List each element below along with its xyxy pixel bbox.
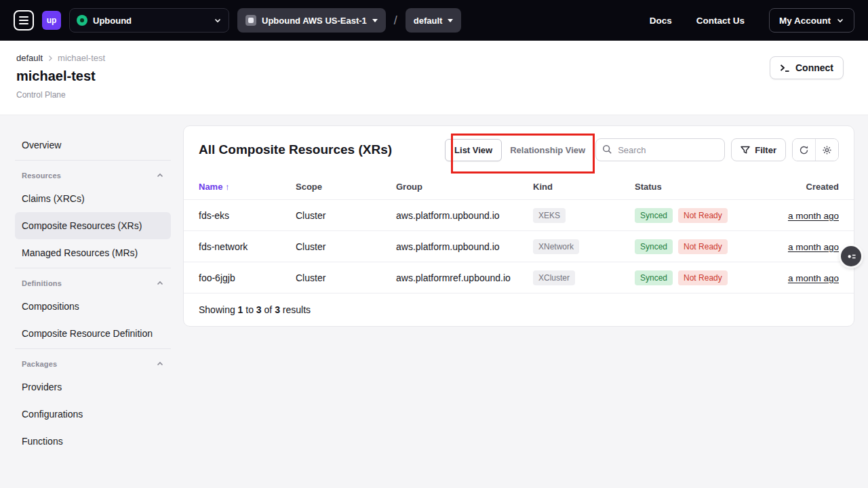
table-row[interactable]: fds-network Cluster aws.platform.upbound… (184, 230, 854, 262)
column-header-created[interactable]: Created (759, 182, 839, 192)
sidebar-heading-packages[interactable]: Packages (15, 352, 171, 373)
breadcrumb: default michael-test (16, 53, 852, 63)
settings-button[interactable] (816, 139, 838, 161)
column-header-group[interactable]: Group (396, 182, 533, 192)
cell-status: Synced Not Ready (635, 239, 759, 254)
kind-badge: XNetwork (533, 239, 579, 254)
cell-name: foo-6jgjb (199, 272, 296, 283)
breadcrumb-root[interactable]: default (16, 53, 43, 63)
sort-asc-icon: ↑ (225, 182, 230, 192)
chevron-up-icon (156, 279, 164, 287)
upbound-logo: up (42, 11, 61, 30)
sidebar-item-claims[interactable]: Claims (XRCs) (15, 185, 171, 212)
floating-panel-button[interactable] (841, 246, 861, 266)
org-switcher-label: Upbound (93, 16, 208, 26)
docs-link[interactable]: Docs (650, 16, 672, 26)
created-link[interactable]: a month ago (788, 273, 839, 283)
path-separator: / (394, 14, 397, 28)
my-account-button[interactable]: My Account (769, 8, 854, 33)
caret-down-icon (372, 19, 378, 22)
synced-badge: Synced (635, 270, 673, 285)
sidebar-item-composite-resources[interactable]: Composite Resources (XRs) (15, 212, 171, 239)
cell-group: aws.platform.upbound.io (396, 210, 533, 221)
org-switcher-dropdown[interactable]: Upbound (69, 8, 229, 33)
cell-scope: Cluster (296, 272, 396, 283)
topbar: up Upbound Upbound AWS US-East-1 / defau… (0, 0, 868, 41)
card-title: All Composite Resources (XRs) (199, 142, 392, 157)
sidebar-item-compositions[interactable]: Compositions (15, 293, 171, 320)
column-header-name[interactable]: Name ↑ (199, 182, 296, 192)
cell-kind: XNetwork (533, 239, 635, 254)
space-switcher-label: Upbound AWS US-East-1 (262, 16, 367, 26)
menu-button[interactable] (14, 10, 34, 30)
synced-badge: Synced (635, 208, 673, 223)
sidebar-section-packages: Packages Providers Configurations Functi… (15, 348, 171, 455)
filter-label: Filter (755, 145, 776, 155)
refresh-icon (799, 145, 809, 155)
column-header-status[interactable]: Status (635, 182, 759, 192)
cell-group: aws.platformref.upbound.io (396, 272, 533, 283)
table-header-row: Name ↑ Scope Group Kind Status Created (184, 174, 854, 199)
filter-funnel-icon (741, 146, 750, 155)
gear-icon (822, 145, 832, 155)
sidebar-section-definitions: Definitions Compositions Composite Resou… (15, 268, 171, 347)
refresh-button[interactable] (793, 139, 815, 161)
sidebar-heading-resources[interactable]: Resources (15, 163, 171, 185)
cell-name: fds-network (199, 241, 296, 252)
cell-kind: XEKS (533, 208, 635, 223)
connect-label: Connect (795, 62, 833, 73)
terminal-icon (780, 64, 790, 73)
page-header: default michael-test michael-test Contro… (0, 41, 868, 115)
chevron-up-icon (156, 171, 164, 180)
table-row[interactable]: foo-6jgjb Cluster aws.platformref.upboun… (184, 262, 854, 293)
list-view-button[interactable]: List View (445, 139, 502, 161)
column-header-scope[interactable]: Scope (296, 182, 396, 192)
caret-down-icon (448, 19, 453, 22)
cell-scope: Cluster (296, 210, 396, 221)
search-icon (602, 144, 612, 155)
column-header-kind[interactable]: Kind (533, 182, 635, 192)
synced-badge: Synced (635, 239, 673, 254)
search-input[interactable] (595, 138, 725, 161)
cell-kind: XCluster (533, 270, 635, 285)
results-summary: Showing 1 to 3 of 3 results (184, 293, 854, 326)
sidebar-item-overview[interactable]: Overview (15, 131, 171, 159)
my-account-label: My Account (779, 16, 831, 26)
created-link[interactable]: a month ago (788, 211, 839, 221)
group-switcher-dropdown[interactable]: default (406, 8, 462, 33)
sidebar-section-resources: Resources Claims (XRCs) Composite Resour… (15, 160, 171, 266)
view-toggle: List View Relationship View (445, 139, 593, 161)
org-logo-icon (77, 15, 87, 26)
sidebar-heading-definitions[interactable]: Definitions (15, 271, 171, 293)
hamburger-icon (19, 16, 28, 18)
sidebar-item-xrd[interactable]: Composite Resource Definition (15, 320, 171, 347)
cell-status: Synced Not Ready (635, 208, 759, 223)
space-switcher-dropdown[interactable]: Upbound AWS US-East-1 (237, 8, 386, 33)
sidebar-item-providers[interactable]: Providers (15, 373, 171, 401)
created-link[interactable]: a month ago (788, 242, 839, 252)
kind-badge: XEKS (533, 208, 566, 223)
list-avatar-icon (846, 251, 856, 262)
sidebar-item-functions[interactable]: Functions (15, 428, 171, 455)
filter-button[interactable]: Filter (731, 138, 786, 161)
chevron-down-icon (214, 16, 222, 24)
contact-us-link[interactable]: Contact Us (696, 16, 745, 26)
cell-status: Synced Not Ready (635, 270, 759, 285)
chevron-up-icon (156, 360, 164, 368)
relationship-view-button[interactable]: Relationship View (502, 140, 593, 161)
page-title: michael-test (16, 68, 852, 84)
table-row[interactable]: fds-eks Cluster aws.platform.upbound.io … (184, 199, 854, 230)
sidebar-item-managed-resources[interactable]: Managed Resources (MRs) (15, 239, 171, 266)
chevron-right-icon (47, 55, 54, 62)
page-subtitle: Control Plane (16, 90, 852, 100)
main-content: All Composite Resources (XRs) List View … (183, 115, 868, 327)
not-ready-badge: Not Ready (678, 270, 728, 285)
table-actions (792, 138, 839, 161)
sidebar-item-configurations[interactable]: Configurations (15, 401, 171, 428)
kind-badge: XCluster (533, 270, 575, 285)
not-ready-badge: Not Ready (678, 208, 728, 223)
chevron-down-icon (836, 16, 844, 24)
sidebar: Overview Resources Claims (XRCs) Composi… (0, 115, 183, 455)
cell-name: fds-eks (199, 210, 296, 221)
connect-button[interactable]: Connect (770, 56, 844, 79)
